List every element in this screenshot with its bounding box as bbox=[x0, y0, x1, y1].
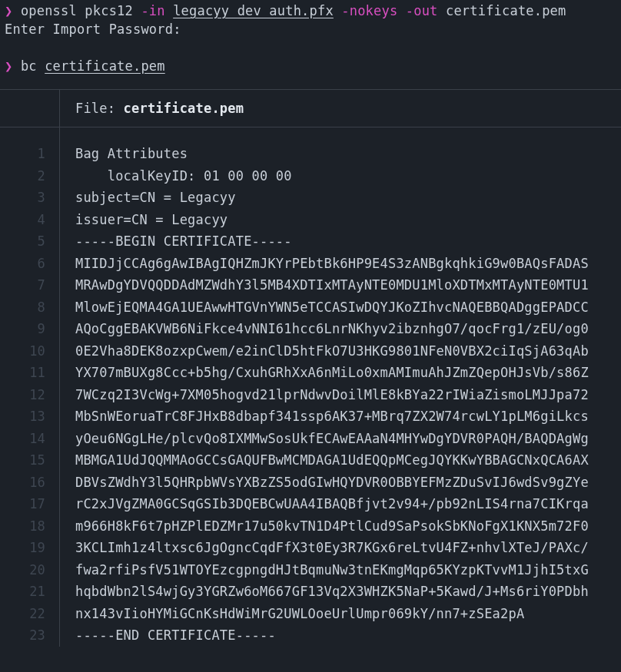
cmd-pkcs12: pkcs12 bbox=[85, 3, 133, 18]
line-number: 14 bbox=[0, 428, 59, 450]
line-number: 23 bbox=[0, 624, 59, 647]
line-number: 19 bbox=[0, 537, 59, 559]
line-number: 13 bbox=[0, 406, 59, 428]
code-line: rC2xJVgZMA0GCSqGSIb3DQEBCwUAA4IBAQBfjvt2… bbox=[75, 493, 589, 515]
line-number: 2 bbox=[0, 165, 59, 187]
line-number: 6 bbox=[0, 253, 59, 275]
line-number: 10 bbox=[0, 340, 59, 362]
arg-pfx-file: legacyy_dev_auth.pfx bbox=[173, 3, 334, 18]
code-line: DBVsZWdhY3l5QHRpbWVsYXBzZS5odGIwHQYDVR0O… bbox=[75, 472, 589, 494]
line-number: 21 bbox=[0, 581, 59, 603]
flag-in: -in bbox=[141, 3, 164, 18]
code-line: m966H8kF6t7pHZPlEDZMr17u50kvTN1D4PtlCud9… bbox=[75, 515, 589, 538]
line-number: 12 bbox=[0, 384, 59, 406]
cmd-openssl: openssl bbox=[21, 3, 77, 18]
code-line: yOeu6NGgLHe/plcvQo8IXMMwSosUkfECAwEAAaN4… bbox=[75, 428, 589, 450]
viewer-title: File: certificate.pem bbox=[60, 90, 244, 127]
code-line: hqbdWbn2lS4wjGy3YGRZw6oM667GF13Vq2X3WHZK… bbox=[75, 581, 589, 603]
flag-nokeys: -nokeys bbox=[341, 3, 397, 18]
code-line: 0E2Vha8DEK8ozxpCwem/e2inClD5htFkO7U3HKG9… bbox=[75, 340, 589, 362]
line-number: 1 bbox=[0, 143, 59, 165]
code-line: -----END CERTIFICATE----- bbox=[75, 624, 589, 647]
code-line: localKeyID: 01 00 00 00 bbox=[75, 165, 589, 187]
code-line: YX707mBUXg8Ccc+b5hg/CxuhGRhXxA6nMiLo0xmA… bbox=[75, 362, 589, 384]
code-line: Bag Attributes bbox=[75, 143, 589, 165]
line-number: 3 bbox=[0, 187, 59, 209]
flag-out: -out bbox=[406, 3, 438, 18]
code-line: MlowEjEQMA4GA1UEAwwHTGVnYWN5eTCCASIwDQYJ… bbox=[75, 296, 589, 319]
file-viewer: File: certificate.pem 123456789101112131… bbox=[0, 89, 621, 647]
terminal-area: ❯ openssl pkcs12 -in legacyy_dev_auth.pf… bbox=[0, 0, 621, 75]
line-number: 18 bbox=[0, 515, 59, 538]
code-line: MbSnWEoruaTrC8FJHxB8dbapf341ssp6AK37+MBr… bbox=[75, 406, 589, 428]
arg-pem-file: certificate.pem bbox=[45, 58, 165, 74]
code-line: nx143vIioHYMiGCnKsHdWiMrG2UWLOoeUrlUmpr0… bbox=[75, 603, 589, 625]
gutter-header-stub bbox=[0, 90, 60, 127]
line-number: 17 bbox=[0, 493, 59, 515]
line-number: 11 bbox=[0, 362, 59, 384]
code-line: MBMGA1UdJQQMMAoGCCsGAQUFBwMCMDAGA1UdEQQp… bbox=[75, 449, 589, 472]
code-line: -----BEGIN CERTIFICATE----- bbox=[75, 230, 589, 253]
command-line-2: ❯ bc certificate.pem bbox=[5, 57, 616, 75]
file-content: Bag Attributes localKeyID: 01 00 00 00 s… bbox=[60, 127, 589, 647]
prompt-symbol: ❯ bbox=[5, 58, 12, 74]
code-line: 3KCLImh1z4ltxsc6JgOgncCqdFfX3t0Ey3R7KGx6… bbox=[75, 537, 589, 559]
line-number: 22 bbox=[0, 603, 59, 625]
line-number: 9 bbox=[0, 318, 59, 340]
file-label: File: bbox=[75, 101, 124, 116]
arg-pem-out: certificate.pem bbox=[446, 3, 566, 18]
line-number: 4 bbox=[0, 209, 59, 231]
code-line: MRAwDgYDVQQDDAdMZWdhY3l5MB4XDTIxMTAyNTE0… bbox=[75, 274, 589, 296]
code-line: MIIDJjCCAg6gAwIBAgIQHZmJKYrPEbtBk6HP9E4S… bbox=[75, 253, 589, 275]
line-number-gutter: 1234567891011121314151617181920212223 bbox=[0, 127, 60, 647]
code-line: subject=CN = Legacyy bbox=[75, 187, 589, 209]
code-line: issuer=CN = Legacyy bbox=[75, 209, 589, 231]
code-line: fwa2rfiPsfV51WTOYEzcgpngdHJtBqmuNw3tnEKm… bbox=[75, 559, 589, 581]
line-number: 5 bbox=[0, 230, 59, 253]
code-line: 7WCzq2I3VcWg+7XM05hogvd21lprNdwvDoilMlE8… bbox=[75, 384, 589, 406]
line-number: 8 bbox=[0, 296, 59, 319]
viewer-header: File: certificate.pem bbox=[0, 89, 621, 127]
file-name: certificate.pem bbox=[124, 101, 244, 116]
line-number: 16 bbox=[0, 472, 59, 494]
line-number: 7 bbox=[0, 274, 59, 296]
openssl-password-prompt: Enter Import Password: bbox=[5, 20, 616, 38]
command-line-1: ❯ openssl pkcs12 -in legacyy_dev_auth.pf… bbox=[5, 2, 616, 20]
viewer-body: 1234567891011121314151617181920212223 Ba… bbox=[0, 127, 621, 647]
cmd-bc: bc bbox=[21, 58, 37, 74]
line-number: 15 bbox=[0, 449, 59, 472]
code-line: AQoCggEBAKVWB6NiFkce4vNNI61hcc6LnrNKhyv2… bbox=[75, 318, 589, 340]
prompt-symbol: ❯ bbox=[5, 3, 12, 18]
line-number: 20 bbox=[0, 559, 59, 581]
